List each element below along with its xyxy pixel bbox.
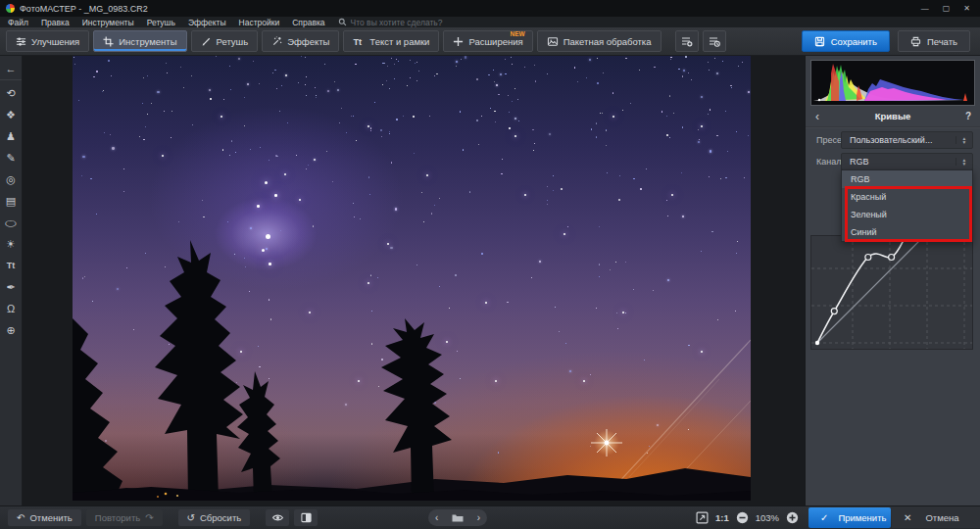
tab-effects[interactable]: Эффекты <box>262 30 339 52</box>
histogram <box>810 60 975 106</box>
crop-icon <box>103 36 114 47</box>
menu-file[interactable]: Файл <box>8 18 28 27</box>
channel-option-red[interactable]: Красный <box>842 188 972 206</box>
sidebar-back-button[interactable]: ← <box>0 58 22 80</box>
menu-settings[interactable]: Настройки <box>239 18 280 27</box>
tab-extensions[interactable]: NEW Расширения <box>443 30 532 52</box>
save-button[interactable]: Сохранить <box>802 30 890 52</box>
globe-icon: ⊕ <box>6 325 15 336</box>
tool-healing[interactable]: ❖ <box>0 104 22 125</box>
tool-globe[interactable]: ⊕ <box>0 319 22 341</box>
preset-select[interactable]: Пользовательский... ▴ ▾ <box>841 131 973 149</box>
tool-crop-rotate[interactable]: ⟲ <box>0 82 22 104</box>
curve-control-point[interactable] <box>889 255 895 261</box>
printer-icon <box>910 36 921 47</box>
zoom-in-icon[interactable] <box>786 511 799 524</box>
channel-label: Канал: <box>806 157 841 167</box>
channel-select[interactable]: RGB ▴ ▾ <box>841 153 973 170</box>
save-icon <box>814 36 825 47</box>
menu-retouch[interactable]: Ретушь <box>147 18 175 27</box>
preset-spinner[interactable]: ▴ ▾ <box>956 136 972 144</box>
apply-button[interactable]: ✓ Применить <box>808 507 891 528</box>
history-icon <box>709 35 720 47</box>
tool-correction[interactable]: Ω <box>0 298 22 319</box>
tool-vignette[interactable]: ◯ <box>0 212 22 233</box>
maximize-button[interactable]: ▢ <box>943 4 951 13</box>
spinner-down-icon: ▾ <box>963 162 966 166</box>
tool-perspective[interactable]: ✒ <box>0 276 22 298</box>
save-label: Сохранить <box>831 36 877 47</box>
redo-icon: ↷ <box>145 513 153 523</box>
channel-option-rgb[interactable]: RGB <box>842 170 972 188</box>
menu-effects[interactable]: Эффекты <box>188 18 226 27</box>
gradient-filter-icon: ▤ <box>6 196 16 207</box>
undo-button[interactable]: ↶ Отменить <box>8 509 81 526</box>
channel-value: RGB <box>842 157 956 167</box>
tool-brightness[interactable]: ☀ <box>0 233 22 255</box>
channel-option-green[interactable]: Зеленый <box>842 206 972 223</box>
tab-label: Инструменты <box>119 36 176 47</box>
tool-brush[interactable]: ✎ <box>0 147 22 168</box>
photo-canvas[interactable] <box>73 56 751 501</box>
fit-screen-icon[interactable] <box>696 511 709 524</box>
landscape-silhouette <box>73 56 751 501</box>
tool-gradient-filter[interactable]: ▤ <box>0 190 22 212</box>
svg-text:Tt: Tt <box>354 36 363 46</box>
minimize-button[interactable]: — <box>921 4 929 13</box>
vignette-icon: ◯ <box>5 219 17 226</box>
panel-title: Кривые <box>829 111 956 121</box>
compare-button[interactable] <box>294 509 318 526</box>
menu-edit[interactable]: Правка <box>41 18 70 27</box>
reset-button[interactable]: ↺ Сбросить <box>178 509 251 526</box>
tab-tools[interactable]: Инструменты <box>93 30 186 52</box>
print-label: Печать <box>927 36 957 47</box>
app-logo-icon <box>6 4 15 13</box>
tool-clone-stamp[interactable]: ♟ <box>0 125 22 147</box>
panel-back-icon[interactable]: ‹ <box>806 110 829 123</box>
redo-button[interactable]: Повторить ↷ <box>86 509 163 526</box>
tool-text[interactable]: Tt <box>0 255 22 276</box>
tab-retouch[interactable]: Ретушь <box>191 30 259 52</box>
history-button[interactable] <box>703 30 726 52</box>
tab-label: Ретушь <box>217 36 249 47</box>
channel-option-blue[interactable]: Синий <box>842 223 972 241</box>
prev-photo-button[interactable]: ‹ <box>435 512 438 523</box>
check-icon: ✓ <box>820 512 828 523</box>
preset-value: Пользовательский... <box>842 135 956 145</box>
curve-control-point[interactable] <box>865 255 871 261</box>
curves-panel: ‹ Кривые ? Пресет: Пользовательский... ▴… <box>805 56 980 505</box>
zoom-actual-button[interactable]: 1:1 <box>715 512 729 523</box>
undo-icon: ↶ <box>17 513 24 523</box>
close-button[interactable]: ✕ <box>963 4 970 13</box>
zoom-out-icon[interactable] <box>736 511 749 524</box>
channel-dropdown-list: RGB Красный Зеленый Синий <box>841 169 973 242</box>
cancel-button[interactable]: ✕ Отмена <box>892 507 980 528</box>
channel-spinner[interactable]: ▴ ▾ <box>956 158 972 166</box>
curve-control-point[interactable] <box>831 309 837 314</box>
undo-label: Отменить <box>29 512 72 523</box>
clone-stamp-icon: ♟ <box>6 131 16 142</box>
print-button[interactable]: Печать <box>898 30 970 52</box>
bottom-bar: ↶ Отменить Повторить ↷ ↺ Сбросить ‹ <box>0 505 980 529</box>
menu-tools[interactable]: Инструменты <box>82 18 134 27</box>
tab-enhancements[interactable]: Улучшения <box>6 30 89 52</box>
tab-text-frames[interactable]: Tt Текст и рамки <box>343 30 439 52</box>
help-icon[interactable]: ? <box>956 111 980 121</box>
tab-label: Эффекты <box>287 36 329 47</box>
show-original-button[interactable] <box>266 509 289 526</box>
curve-anchor-point[interactable] <box>815 341 819 345</box>
curve-editor[interactable] <box>810 235 973 350</box>
quick-search[interactable]: Что вы хотите сделать? <box>338 18 443 27</box>
tab-batch-processing[interactable]: Пакетная обработка <box>537 30 662 52</box>
plus-icon <box>453 36 464 47</box>
preset-add-icon <box>681 35 693 47</box>
window-title: ФотоМАСТЕР - _MG_0983.CR2 <box>20 4 148 14</box>
menu-help[interactable]: Справка <box>292 18 324 27</box>
tool-sidebar: ← ⟲ ❖ ♟ ✎ ◎ ▤ ◯ ☀ Tt ✒ Ω ⊕ <box>0 56 23 505</box>
tool-radial-filter[interactable]: ◎ <box>0 168 22 190</box>
next-photo-button[interactable]: › <box>477 512 480 523</box>
add-preset-button[interactable] <box>675 30 699 52</box>
folder-icon[interactable] <box>452 513 464 523</box>
redo-label: Повторить <box>95 512 140 523</box>
perspective-icon: ✒ <box>6 282 15 293</box>
